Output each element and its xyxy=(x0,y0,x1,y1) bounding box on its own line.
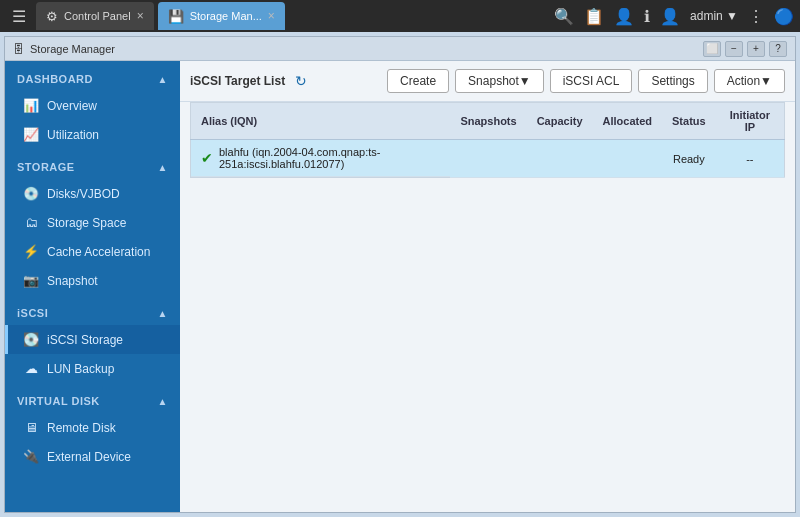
cell-alias: ✔ blahfu (iqn.2004-04.com.qnap:ts-251a:i… xyxy=(191,140,450,177)
cell-allocated xyxy=(593,140,663,178)
sidebar-item-snapshot[interactable]: 📷 Snapshot xyxy=(5,266,180,295)
overview-icon: 📊 xyxy=(23,98,39,113)
storage-manager-tab-label: Storage Man... xyxy=(190,10,262,22)
sidebar-item-lun-backup[interactable]: ☁ LUN Backup xyxy=(5,354,180,383)
row-status-icon: ✔ xyxy=(201,150,213,166)
col-status: Status xyxy=(662,103,716,140)
admin-button[interactable]: admin ▼ xyxy=(690,9,738,23)
col-snapshots: Snapshots xyxy=(450,103,526,140)
cache-icon: ⚡ xyxy=(23,244,39,259)
help-button[interactable]: ? xyxy=(769,41,787,57)
col-initiator-ip: Initiator IP xyxy=(716,103,785,140)
user-badge-icon[interactable]: 👤 xyxy=(614,7,634,26)
storage-chevron-icon: ▲ xyxy=(158,162,168,173)
toolbar: iSCSI Target List ↻ Create Snapshot▼ iSC… xyxy=(180,61,795,102)
sidebar-item-utilization[interactable]: 📈 Utilization xyxy=(5,120,180,149)
section-title: iSCSI Target List xyxy=(190,74,285,88)
window-controls: ⬜ − + ? xyxy=(703,41,787,57)
search-icon[interactable]: 🔍 xyxy=(554,7,574,26)
storage-space-icon: 🗂 xyxy=(23,215,39,230)
snapshot-icon: 📷 xyxy=(23,273,39,288)
alias-value: blahfu (iqn.2004-04.com.qnap:ts-251a:isc… xyxy=(219,146,440,170)
disks-icon: 💿 xyxy=(23,186,39,201)
refresh-icon[interactable]: ↻ xyxy=(295,73,307,89)
restore-button[interactable]: ⬜ xyxy=(703,41,721,57)
taskbar: ☰ ⚙ Control Panel × 💾 Storage Man... × 🔍… xyxy=(0,0,800,32)
sidebar-item-disks-vjbod[interactable]: 💿 Disks/VJBOD xyxy=(5,179,180,208)
main-content: iSCSI Target List ↻ Create Snapshot▼ iSC… xyxy=(180,61,795,512)
window-titlebar: 🗄 Storage Manager ⬜ − + ? xyxy=(5,37,795,61)
window-title: Storage Manager xyxy=(30,43,115,55)
admin-label: admin ▼ xyxy=(690,9,738,23)
create-button[interactable]: Create xyxy=(387,69,449,93)
sidebar-item-external-device[interactable]: 🔌 External Device xyxy=(5,442,180,471)
action-button[interactable]: Action▼ xyxy=(714,69,785,93)
more-options-icon[interactable]: ⋮ xyxy=(748,7,764,26)
cell-snapshots xyxy=(450,140,526,178)
col-capacity: Capacity xyxy=(527,103,593,140)
iscsi-storage-icon: 💽 xyxy=(23,332,39,347)
settings-button[interactable]: Settings xyxy=(638,69,707,93)
window-body: DASHBOARD ▲ 📊 Overview 📈 Utilization STO… xyxy=(5,61,795,512)
sidebar-item-iscsi-storage[interactable]: 💽 iSCSI Storage xyxy=(5,325,180,354)
hamburger-menu-icon[interactable]: ☰ xyxy=(6,3,32,30)
control-panel-tab-icon: ⚙ xyxy=(46,9,58,24)
cell-initiator-ip: -- xyxy=(716,140,785,178)
iscsi-acl-button[interactable]: iSCSI ACL xyxy=(550,69,633,93)
stack-icon[interactable]: 📋 xyxy=(584,7,604,26)
lun-backup-icon: ☁ xyxy=(23,361,39,376)
table-row[interactable]: ✔ blahfu (iqn.2004-04.com.qnap:ts-251a:i… xyxy=(191,140,785,178)
utilization-icon: 📈 xyxy=(23,127,39,142)
storage-manager-tab-icon: 💾 xyxy=(168,9,184,24)
external-device-icon: 🔌 xyxy=(23,449,39,464)
sidebar-section-storage: STORAGE ▲ xyxy=(5,153,180,179)
window-icon: 🗄 xyxy=(13,43,24,55)
storage-manager-tab-close[interactable]: × xyxy=(268,9,275,23)
cell-status: Ready xyxy=(662,140,716,178)
maximize-button[interactable]: + xyxy=(747,41,765,57)
qnap-icon[interactable]: 🔵 xyxy=(774,7,794,26)
window-title-left: 🗄 Storage Manager xyxy=(13,43,115,55)
iscsi-chevron-icon: ▲ xyxy=(158,308,168,319)
sidebar-item-storage-space[interactable]: 🗂 Storage Space xyxy=(5,208,180,237)
tab-storage-manager[interactable]: 💾 Storage Man... × xyxy=(158,2,285,30)
cell-capacity xyxy=(527,140,593,178)
dashboard-chevron-icon: ▲ xyxy=(158,74,168,85)
info-icon[interactable]: ℹ xyxy=(644,7,650,26)
sidebar-item-remote-disk[interactable]: 🖥 Remote Disk xyxy=(5,413,180,442)
table-header-row: Alias (IQN) Snapshots Capacity Allocated… xyxy=(191,103,785,140)
sidebar-section-virtual-disk: VIRTUAL DISK ▲ xyxy=(5,387,180,413)
minimize-button[interactable]: − xyxy=(725,41,743,57)
taskbar-right: 🔍 📋 👤 ℹ 👤 admin ▼ ⋮ 🔵 xyxy=(554,7,794,26)
sidebar-section-iscsi: iSCSI ▲ xyxy=(5,299,180,325)
col-alias: Alias (IQN) xyxy=(191,103,451,140)
sidebar-item-cache-acceleration[interactable]: ⚡ Cache Acceleration xyxy=(5,237,180,266)
storage-manager-window: 🗄 Storage Manager ⬜ − + ? DASHBOARD ▲ xyxy=(4,36,796,513)
snapshot-button[interactable]: Snapshot▼ xyxy=(455,69,544,93)
sidebar: DASHBOARD ▲ 📊 Overview 📈 Utilization STO… xyxy=(5,61,180,512)
control-panel-tab-label: Control Panel xyxy=(64,10,131,22)
sidebar-item-overview[interactable]: 📊 Overview xyxy=(5,91,180,120)
virtual-disk-chevron-icon: ▲ xyxy=(158,396,168,407)
person-icon[interactable]: 👤 xyxy=(660,7,680,26)
remote-disk-icon: 🖥 xyxy=(23,420,39,435)
control-panel-tab-close[interactable]: × xyxy=(137,9,144,23)
iscsi-target-table: Alias (IQN) Snapshots Capacity Allocated… xyxy=(190,102,785,178)
table-container: Alias (IQN) Snapshots Capacity Allocated… xyxy=(180,102,795,512)
sidebar-section-dashboard: DASHBOARD ▲ xyxy=(5,65,180,91)
tab-control-panel[interactable]: ⚙ Control Panel × xyxy=(36,2,154,30)
col-allocated: Allocated xyxy=(593,103,663,140)
